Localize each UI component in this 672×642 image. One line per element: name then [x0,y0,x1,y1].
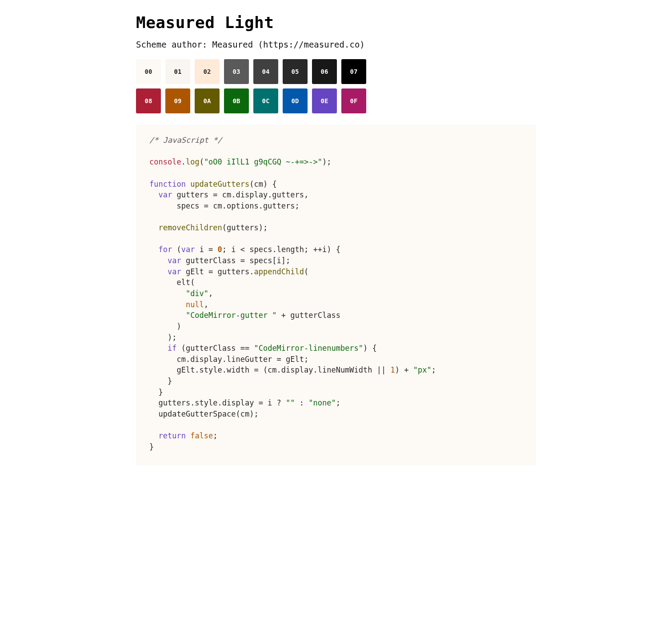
indent [149,365,176,374]
indent [149,311,186,320]
indent [149,278,176,287]
palette: 00 01 02 03 04 05 06 07 08 09 0A 0B 0C 0… [136,59,536,113]
swatch-base07: 07 [341,59,366,84]
code-comment: /* JavaScript */ [149,136,222,144]
tok-return: return [158,431,185,440]
tok-var: var [168,256,181,265]
tok-appendChild: appendChild [254,267,304,276]
tok-string: "oO0 iIlL1 g9qCGQ ~-+=>->" [204,157,322,166]
indent [149,388,158,397]
tok-sp [186,180,190,189]
indent [149,333,168,342]
swatch-base0A: 0A [195,88,220,113]
swatch-base06: 06 [312,59,337,84]
indent [149,256,168,265]
tok-rest: gElt = gutters. [181,267,254,276]
tok-string: "px" [413,365,432,374]
indent [149,398,158,407]
swatch-base08: 08 [136,88,161,113]
tok-rest: ; [432,365,436,374]
indent [149,431,158,440]
author-line: Scheme author: Measured (https://measure… [136,40,536,49]
tok-if: if [168,344,176,353]
page: Measured Light Scheme author: Measured (… [118,0,554,499]
tok-rest: ) [176,322,181,331]
tok-false: false [190,431,213,440]
tok-rest: updateGutterSpace(cm); [158,409,258,418]
tok-zero: 0 [218,245,222,254]
tok-null: null [186,300,204,309]
tok-rest: specs = cm.options.gutters; [176,201,299,210]
swatch-base03: 03 [224,59,249,84]
tok-rest: gutters.style.display = i ? [158,398,286,407]
tok-rest: gutterClass = specs[i]; [181,256,291,265]
swatch-base02: 02 [195,59,220,84]
swatch-base0D: 0D [283,88,308,113]
tok-rest: gutters = cm.display.gutters, [172,190,308,199]
palette-row-2: 08 09 0A 0B 0C 0D 0E 0F [136,88,536,113]
tok-rest: (gutters); [222,223,268,232]
tok-rest: (cm) { [249,180,276,189]
tok-dot: . [181,157,186,166]
indent [149,201,176,210]
tok-var: var [168,267,181,276]
tok-one: 1 [390,365,395,374]
indent [149,190,158,199]
swatch-base05: 05 [283,59,308,84]
tok-updateGutters: updateGutters [190,180,249,189]
indent [149,377,168,385]
swatch-base0F: 0F [341,88,366,113]
tok-rest: } [149,442,154,451]
code-sample: /* JavaScript */ console.log("oO0 iIlL1 … [136,125,536,465]
tok-rest: ( [304,267,308,276]
swatch-base0B: 0B [224,88,249,113]
indent [149,223,158,232]
tok-rest: + gutterClass [277,311,340,320]
tok-rest: ; [213,431,217,440]
indent [149,355,176,364]
tok-rest: ); [168,333,176,342]
tok-paren: ( [200,157,204,166]
swatch-base01: 01 [165,59,190,84]
swatch-base09: 09 [165,88,190,113]
tok-rest: , [204,300,208,309]
tok-rest: cm.display.lineGutter = gElt; [176,355,308,364]
tok-rest: elt( [176,278,195,287]
tok-string: "div" [186,289,208,298]
tok-rest: i = [195,245,217,254]
swatch-base00: 00 [136,59,161,84]
swatch-base0E: 0E [312,88,337,113]
tok-rest: ( [172,245,181,254]
tok-rest: } [158,388,163,397]
swatch-base0C: 0C [253,88,278,113]
page-title: Measured Light [136,13,536,32]
swatch-base04: 04 [253,59,278,84]
tok-var: var [158,190,172,199]
indent [149,245,158,254]
tok-string: "none" [308,398,336,407]
indent [149,344,168,353]
tok-sp [186,431,190,440]
indent [149,409,158,418]
indent [149,267,168,276]
indent [149,289,186,298]
palette-row-1: 00 01 02 03 04 05 06 07 [136,59,536,84]
tok-rest: } [168,377,172,385]
tok-rest: ) { [363,344,377,353]
indent [149,322,176,331]
tok-rest: (gutterClass == [176,344,254,353]
tok-rest: : [295,398,309,407]
indent [149,300,186,309]
tok-removeChildren: removeChildren [158,223,222,232]
tok-string: "CodeMirror-gutter " [186,311,277,320]
tok-rest: gElt.style.width = (cm.display.lineNumWi… [176,365,390,374]
tok-string: "CodeMirror-linenumbers" [254,344,363,353]
tok-function: function [149,180,186,189]
tok-var: var [181,245,195,254]
tok-end: ); [322,157,331,166]
tok-console: console [149,157,181,166]
tok-string: "" [286,398,295,407]
tok-rest: , [208,289,213,298]
tok-log: log [186,157,200,166]
tok-rest: ; i < specs.length; ++i) { [222,245,340,254]
